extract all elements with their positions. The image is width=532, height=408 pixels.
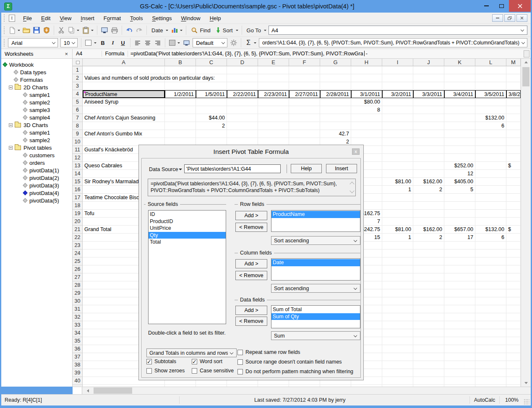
cell-K15[interactable]: $405.00 [444, 178, 475, 186]
cell-style-button[interactable] [181, 38, 191, 48]
close-button[interactable] [509, 0, 531, 12]
field-option-sum-of-qty[interactable]: Sum of Qty [271, 313, 360, 320]
sort-dropdown-icon[interactable] [236, 30, 238, 32]
cell-L25[interactable] [475, 257, 506, 265]
chevron-down-icon[interactable] [354, 286, 357, 289]
cell-D5[interactable] [227, 98, 258, 106]
cell-M10[interactable] [506, 138, 521, 146]
cell-J32[interactable] [413, 313, 444, 321]
row-header-8[interactable]: 8 [73, 122, 83, 130]
field-option-productid[interactable]: ProductID [149, 218, 226, 225]
cell-M4[interactable]: 3/8/2011 [506, 90, 521, 98]
cell-J34[interactable] [413, 329, 444, 337]
cell-I9[interactable] [382, 130, 413, 138]
cell-I5[interactable] [382, 98, 413, 106]
cell-J9[interactable] [413, 130, 444, 138]
row-header-40[interactable]: 40 [73, 377, 83, 385]
font-name-combobox[interactable]: Arial [8, 38, 57, 47]
cell-K28[interactable] [444, 281, 475, 289]
cell-M36[interactable] [506, 345, 521, 353]
cell-M16[interactable] [506, 186, 521, 194]
cell-L23[interactable] [475, 242, 506, 249]
borders-button[interactable] [83, 38, 94, 48]
cell-I28[interactable] [382, 281, 413, 289]
cell-B1[interactable] [165, 66, 196, 74]
row-header-17[interactable]: 17 [73, 194, 83, 202]
cell-J19[interactable] [413, 210, 444, 218]
cell-I21[interactable]: $81.00 [382, 226, 413, 234]
collapse-icon[interactable] [9, 123, 13, 127]
cell-H1[interactable] [351, 66, 382, 74]
cell-L5[interactable] [475, 98, 506, 106]
cell-A7[interactable]: Chef Anton's Cajun Seasoning [83, 114, 165, 122]
cell-L30[interactable] [475, 297, 506, 305]
cell-F9[interactable] [289, 130, 320, 138]
cell-I15[interactable]: $81.00 [382, 178, 413, 186]
cell-I32[interactable] [382, 313, 413, 321]
cell-K4[interactable]: 3/4/2011 [444, 90, 475, 98]
font-size-combobox[interactable]: 10 [60, 38, 78, 47]
cell-I19[interactable] [382, 210, 413, 218]
cell-L37[interactable] [475, 353, 506, 361]
row-header-3[interactable]: 3 [73, 82, 83, 90]
add-data-field-button[interactable]: Add > [235, 306, 267, 315]
cell-A3[interactable] [83, 82, 165, 90]
cell-J18[interactable] [413, 202, 444, 210]
cell-L22[interactable]: 6 [475, 234, 506, 242]
cell-I31[interactable] [382, 305, 413, 313]
cell-I18[interactable] [382, 202, 413, 210]
cell-I22[interactable]: 1 [382, 234, 413, 242]
cell-K26[interactable] [444, 265, 475, 273]
cell-M28[interactable] [506, 281, 521, 289]
cell-H8[interactable] [351, 122, 382, 130]
cell-I23[interactable] [382, 242, 413, 249]
field-option-id[interactable]: ID [149, 211, 226, 218]
cell-M13[interactable]: $ [506, 162, 521, 170]
cell-J25[interactable] [413, 257, 444, 265]
cell-L34[interactable] [475, 329, 506, 337]
add-column-field-button[interactable]: Add > [235, 259, 267, 268]
cell-D6[interactable] [227, 106, 258, 114]
cell-J29[interactable] [413, 289, 444, 297]
cell-M19[interactable] [506, 210, 521, 218]
cell-M23[interactable] [506, 242, 521, 249]
cell-I36[interactable] [382, 345, 413, 353]
cell-F1[interactable] [289, 66, 320, 74]
cell-F7[interactable] [289, 114, 320, 122]
row-header-23[interactable]: 23 [73, 242, 83, 249]
collapse-icon[interactable] [9, 86, 13, 89]
cell-K40[interactable] [444, 377, 475, 385]
cell-L39[interactable] [475, 369, 506, 377]
cell-K30[interactable] [444, 297, 475, 305]
cell-H9[interactable] [351, 130, 382, 138]
cell-J23[interactable] [413, 242, 444, 249]
checkbox-subtotals[interactable]: ✓Subtotals [146, 359, 176, 364]
row-header-25[interactable]: 25 [73, 257, 83, 265]
row-header-39[interactable]: 39 [73, 369, 83, 377]
cell-D1[interactable] [227, 66, 258, 74]
cell-L26[interactable] [475, 265, 506, 273]
cell-M24[interactable] [506, 249, 521, 257]
cell-I17[interactable] [382, 194, 413, 202]
data-source-dropdown-icon[interactable] [179, 169, 182, 172]
cell-L11[interactable] [475, 146, 506, 154]
cell-J31[interactable] [413, 305, 444, 313]
cell-E9[interactable] [258, 130, 289, 138]
cell-L10[interactable] [475, 138, 506, 146]
fill-color-button[interactable] [167, 38, 177, 48]
cell-J39[interactable] [413, 369, 444, 377]
row-header-21[interactable]: 21 [73, 226, 83, 234]
remove-row-field-button[interactable]: < Remove [235, 223, 267, 232]
menu-file[interactable]: File [18, 13, 37, 23]
cell-F6[interactable] [289, 106, 320, 114]
align-right-button[interactable] [153, 38, 163, 48]
menu-insert[interactable]: Insert [76, 13, 99, 23]
chart-dropdown-icon[interactable] [180, 30, 183, 32]
checkbox-checked-icon[interactable]: ✓ [192, 359, 197, 364]
row-header-33[interactable]: 33 [73, 321, 83, 329]
vertical-scrollbar[interactable] [521, 59, 531, 387]
italic-button[interactable]: I [108, 38, 118, 48]
cell-I39[interactable] [382, 369, 413, 377]
cell-L35[interactable] [475, 337, 506, 345]
menu-help[interactable]: Help [205, 13, 226, 23]
